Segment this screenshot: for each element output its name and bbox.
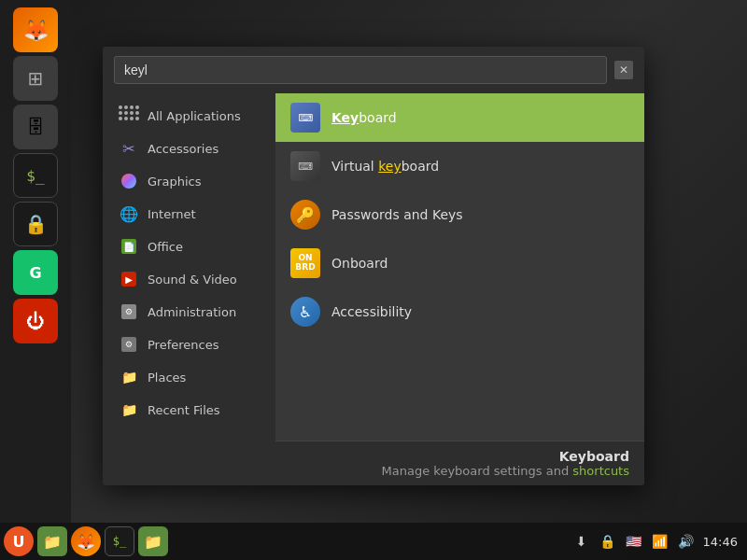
accessibility-app-icon: ♿ (290, 297, 320, 327)
taskbar-files-icon[interactable]: 📁 (37, 526, 67, 556)
accessories-icon: ✂ (120, 139, 138, 158)
dock-files[interactable]: 🗄 (13, 105, 58, 149)
taskbar: U 📁 🦊 $_ 📁 ⬇ 🔒 🇺🇸 📶 🔊 14:46 (0, 523, 747, 560)
dock-terminal[interactable]: $_ (13, 153, 58, 198)
app-virtual-keyboard[interactable]: ⌨ Virtual keyboard (275, 142, 644, 190)
administration-icon: ⚙ (120, 302, 138, 321)
dock-lock[interactable]: 🔒 (13, 202, 58, 246)
app-info-bar: Keyboard Manage keyboard settings and sh… (275, 441, 644, 485)
taskbar-lock-icon[interactable]: 🔒 (599, 532, 617, 551)
taskbar-firefox-icon[interactable]: 🦊 (71, 526, 101, 556)
category-all-applications[interactable]: All Applications (106, 100, 272, 132)
search-input[interactable] (114, 56, 607, 84)
category-accessories[interactable]: ✂ Accessories (106, 133, 272, 164)
taskbar-network-icon[interactable]: 📶 (651, 532, 669, 551)
category-preferences[interactable]: ⚙ Preferences (106, 329, 272, 360)
category-sound-video[interactable]: ▶ Sound & Video (106, 263, 272, 295)
category-administration[interactable]: ⚙ Administration (106, 296, 272, 328)
category-office-label: Office (148, 240, 183, 254)
taskbar-volume-icon[interactable]: 🔊 (677, 532, 696, 551)
category-places-label: Places (148, 371, 186, 385)
desc-highlight: shortcuts (572, 464, 629, 478)
taskbar-ubuntu-icon[interactable]: U (4, 526, 34, 556)
category-graphics[interactable]: Graphics (106, 165, 272, 197)
app-passwords-name: Passwords and Keys (331, 207, 463, 222)
taskbar-terminal-icon[interactable]: $_ (105, 526, 134, 556)
onboard-app-icon: ONBRD (290, 248, 320, 278)
app-onboard-name: Onboard (331, 256, 388, 271)
taskbar-left: U 📁 🦊 $_ 📁 (0, 526, 168, 556)
app-accessibility-name: Accessibility (331, 304, 412, 319)
category-accessories-label: Accessories (148, 142, 218, 156)
desktop: 🦊 ⊞ 🗄 $_ 🔒 G ⏻ ✕ (0, 0, 747, 560)
category-recent-files[interactable]: 📁 Recent Files (106, 394, 272, 426)
app-launcher: ✕ All Applications ✂ (103, 47, 644, 485)
category-all-applications-label: All Applications (148, 109, 241, 123)
app-onboard[interactable]: ONBRD Onboard (275, 239, 644, 287)
dock-firefox[interactable]: 🦊 (13, 7, 58, 52)
recent-files-icon: 📁 (120, 400, 138, 419)
taskbar-download-icon[interactable]: ⬇ (572, 532, 591, 551)
sound-video-icon: ▶ (120, 270, 138, 288)
dock-apps[interactable]: ⊞ (13, 56, 58, 101)
keyboard-app-icon: ⌨ (290, 103, 320, 133)
app-accessibility[interactable]: ♿ Accessibility (275, 287, 644, 336)
preferences-icon: ⚙ (120, 335, 138, 354)
graphics-icon (120, 172, 138, 190)
virtual-keyboard-app-icon: ⌨ (290, 151, 320, 181)
selected-app-title: Keyboard (290, 449, 629, 464)
app-keyboard-name: Keyboard (331, 110, 397, 125)
category-places[interactable]: 📁 Places (106, 361, 272, 393)
dock-grammarly[interactable]: G (13, 250, 58, 295)
search-bar: ✕ (103, 47, 644, 93)
selected-app-description: Manage keyboard settings and shortcuts (290, 464, 629, 478)
app-passwords[interactable]: 🔑 Passwords and Keys (275, 190, 644, 239)
categories-panel: All Applications ✂ Accessories Graphics … (103, 93, 275, 485)
all-apps-icon (120, 106, 138, 125)
category-internet-label: Internet (148, 207, 196, 221)
category-office[interactable]: 📄 Office (106, 231, 272, 262)
taskbar-right: ⬇ 🔒 🇺🇸 📶 🔊 14:46 (572, 532, 747, 551)
launcher-body: All Applications ✂ Accessories Graphics … (103, 93, 644, 485)
places-icon: 📁 (120, 368, 138, 386)
taskbar-time: 14:46 (703, 535, 738, 549)
category-graphics-label: Graphics (148, 175, 201, 189)
search-clear-button[interactable]: ✕ (614, 61, 633, 79)
passwords-app-icon: 🔑 (290, 200, 320, 230)
apps-spacer (275, 336, 644, 441)
apps-panel: ⌨ Keyboard ⌨ Virtual keyboard (275, 93, 644, 485)
taskbar-flag-icon[interactable]: 🇺🇸 (625, 532, 643, 551)
category-recent-files-label: Recent Files (148, 403, 220, 417)
app-virtual-keyboard-name: Virtual keyboard (331, 159, 439, 174)
category-preferences-label: Preferences (148, 338, 218, 352)
app-keyboard[interactable]: ⌨ Keyboard (275, 93, 644, 142)
category-internet[interactable]: 🌐 Internet (106, 198, 272, 230)
office-icon: 📄 (120, 237, 138, 256)
left-dock: 🦊 ⊞ 🗄 $_ 🔒 G ⏻ (0, 0, 71, 523)
taskbar-files2-icon[interactable]: 📁 (138, 526, 168, 556)
dock-power[interactable]: ⏻ (13, 299, 58, 343)
category-sound-video-label: Sound & Video (148, 273, 237, 287)
category-administration-label: Administration (148, 305, 236, 319)
internet-icon: 🌐 (120, 204, 138, 223)
